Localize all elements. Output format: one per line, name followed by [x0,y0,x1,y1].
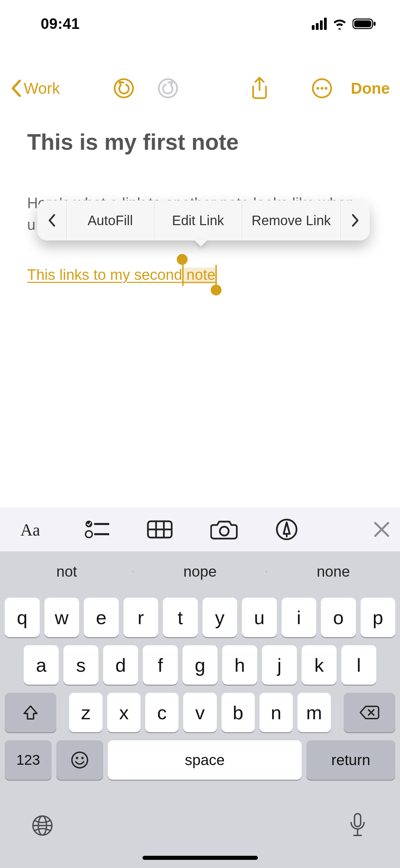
keyboard-row-4: 123 space return [0,740,400,780]
svg-point-8 [325,87,327,90]
keyboard: q w e r t y u i o p a s d f g h j k l z … [0,592,400,868]
key-o[interactable]: o [321,598,356,637]
svg-point-10 [85,521,92,527]
selection-end-handle[interactable] [211,285,222,295]
status-time: 09:41 [41,15,80,32]
keyboard-row-3: z x c v b n m [0,693,400,732]
svg-point-21 [72,752,88,768]
more-button[interactable] [310,76,334,100]
key-d[interactable]: d [103,645,138,685]
format-toolbar: Aa [0,507,400,551]
svg-point-6 [317,87,319,90]
key-j[interactable]: j [262,645,297,685]
text-selection-highlight [182,268,216,284]
status-bar: 09:41 [0,0,400,48]
svg-point-7 [321,87,323,90]
keyboard-dock [0,797,400,868]
checklist-button[interactable] [85,514,109,545]
context-menu-next[interactable] [341,200,370,240]
svg-rect-2 [374,22,376,26]
svg-point-12 [85,531,92,538]
text-style-button[interactable]: Aa [20,514,47,545]
svg-point-23 [81,757,84,759]
cellular-signal-icon [312,18,327,30]
key-c[interactable]: c [145,693,178,732]
key-l[interactable]: l [341,645,376,685]
emoji-key[interactable] [56,740,103,780]
key-q[interactable]: q [5,598,40,637]
key-w[interactable]: w [44,598,79,637]
navigation-bar: Work Done [0,68,400,109]
wifi-icon [332,18,347,30]
battery-icon [353,18,376,30]
suggestion-2[interactable]: nope [133,563,267,580]
svg-rect-1 [354,20,371,27]
svg-text:Aa: Aa [20,520,40,539]
back-label: Work [24,79,60,97]
key-n[interactable]: n [260,693,293,732]
key-a[interactable]: a [24,645,59,685]
globe-button[interactable] [27,810,58,841]
svg-point-22 [76,757,78,759]
selection-start-caret[interactable] [182,264,184,286]
return-key[interactable]: return [306,740,395,780]
key-p[interactable]: p [361,598,396,637]
suggestion-1[interactable]: not [0,563,133,580]
keyboard-suggestion-bar: not nope none [0,551,400,592]
key-f[interactable]: f [143,645,178,685]
key-v[interactable]: v [183,693,216,732]
key-e[interactable]: e [84,598,119,637]
numeric-key[interactable]: 123 [5,740,52,780]
key-m[interactable]: m [298,693,331,732]
key-t[interactable]: t [163,598,198,637]
key-y[interactable]: y [203,598,237,637]
note-title[interactable]: This is my first note [27,129,373,155]
key-i[interactable]: i [282,598,317,637]
backspace-key[interactable] [344,693,395,732]
selection-end-caret[interactable] [215,265,217,287]
status-indicators [312,18,376,30]
context-menu-tail [194,240,208,247]
note-body-line: u [27,216,35,233]
keyboard-row-2: a s d f g h j k l [0,645,400,685]
note-link[interactable]: This links to my second note [27,266,215,283]
key-x[interactable]: x [107,693,140,732]
space-key[interactable]: space [108,740,302,780]
camera-button[interactable] [210,514,238,545]
context-menu-autofill[interactable]: AutoFill [66,200,154,240]
key-g[interactable]: g [183,645,217,685]
key-k[interactable]: k [302,645,337,685]
markup-button[interactable] [275,514,298,545]
selection-start-handle[interactable] [177,254,188,265]
shift-key[interactable] [5,693,56,732]
key-r[interactable]: r [123,598,158,637]
home-indicator[interactable] [142,856,258,860]
key-b[interactable]: b [222,693,255,732]
dictation-button[interactable] [342,810,373,841]
context-menu-prev[interactable] [37,200,66,240]
back-button[interactable]: Work [10,79,112,97]
context-menu-edit-link[interactable]: Edit Link [154,200,242,240]
keyboard-row-1: q w e r t y u i o p [0,598,400,637]
chevron-left-icon [10,79,22,97]
svg-point-18 [220,527,229,536]
redo-button[interactable] [156,76,180,100]
key-u[interactable]: u [242,598,277,637]
share-button[interactable] [248,76,271,100]
undo-button[interactable] [112,76,136,100]
key-s[interactable]: s [63,645,98,685]
context-menu-remove-link[interactable]: Remove Link [242,200,341,240]
text-context-menu: AutoFill Edit Link Remove Link [37,200,370,240]
key-z[interactable]: z [69,693,102,732]
svg-rect-27 [355,814,361,827]
close-toolbar-button[interactable] [373,514,391,545]
done-button[interactable]: Done [351,79,390,97]
table-button[interactable] [147,514,173,545]
key-h[interactable]: h [222,645,257,685]
suggestion-3[interactable]: none [267,563,400,580]
